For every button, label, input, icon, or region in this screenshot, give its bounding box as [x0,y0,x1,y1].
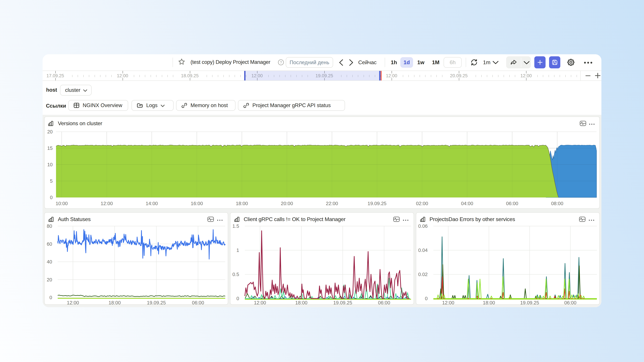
svg-text:?: ? [280,60,282,64]
